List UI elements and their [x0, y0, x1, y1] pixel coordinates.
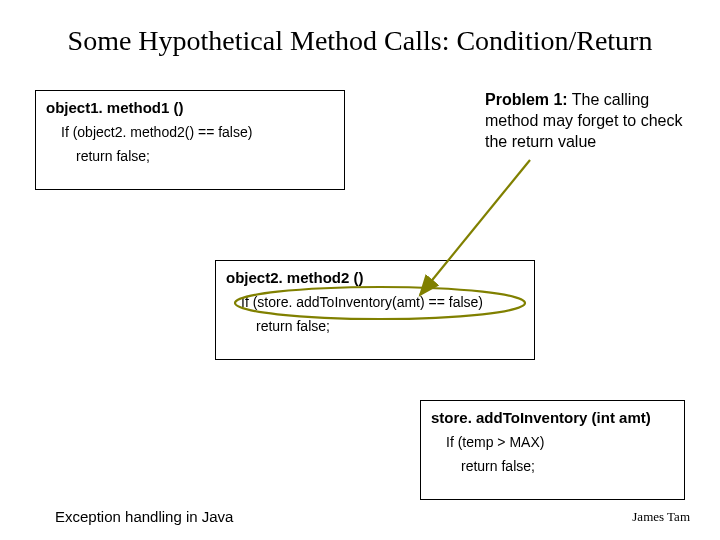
method2-signature: object2. method2 () — [226, 269, 524, 286]
slide-title: Some Hypothetical Method Calls: Conditio… — [0, 25, 720, 57]
method2-line1: If (store. addToInventory(amt) == false) — [241, 294, 524, 310]
method3-signature: store. addToInventory (int amt) — [431, 409, 674, 426]
method3-line2: return false; — [461, 458, 674, 474]
method3-line1: If (temp > MAX) — [446, 434, 674, 450]
problem-text: Problem 1: The calling method may forget… — [485, 90, 695, 152]
footer-left: Exception handling in Java — [55, 508, 233, 525]
problem-label: Problem 1: — [485, 91, 568, 108]
code-box-2: object2. method2 () If (store. addToInve… — [215, 260, 535, 360]
method1-line2: return false; — [76, 148, 334, 164]
method1-line1: If (object2. method2() == false) — [61, 124, 334, 140]
footer-right: James Tam — [632, 509, 690, 525]
method2-line2: return false; — [256, 318, 524, 334]
method1-signature: object1. method1 () — [46, 99, 334, 116]
code-box-1: object1. method1 () If (object2. method2… — [35, 90, 345, 190]
code-box-3: store. addToInventory (int amt) If (temp… — [420, 400, 685, 500]
